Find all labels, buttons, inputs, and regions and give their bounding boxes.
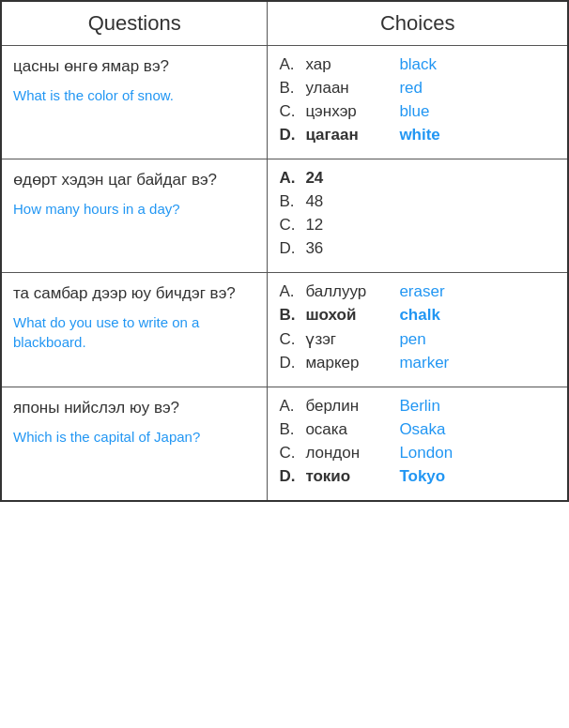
choices-cell-3: A.баллуурeraserB.шохойchalkC.үзэгpenD.ма…: [268, 273, 568, 387]
choice-letter-3-1: A.: [279, 282, 305, 301]
choice-english-1-4: white: [399, 126, 439, 144]
choice-mongolian-2-4: 36: [305, 239, 399, 258]
choice-3-1: A.баллуурeraser: [279, 282, 556, 301]
question-cell-2: өдөрт хэдэн цаг байдаг вэ?How many hours…: [1, 159, 268, 273]
choices-cell-2: A.24B.48C.12D.36: [268, 159, 568, 273]
choice-english-4-1: Berlin: [399, 397, 439, 416]
choice-mongolian-4-2: осака: [305, 420, 399, 439]
choice-letter-3-4: D.: [279, 354, 305, 372]
question-mongolian-2: өдөрт хэдэн цаг байдаг вэ?: [13, 169, 255, 191]
choice-letter-2-2: B.: [279, 192, 305, 211]
choice-letter-3-2: B.: [279, 306, 305, 325]
choices-cell-1: A.харblackB.улаанredC.цэнхэрblueD.цагаан…: [268, 46, 568, 159]
choice-letter-1-2: B.: [279, 79, 305, 98]
choice-english-1-3: blue: [399, 102, 429, 121]
choice-mongolian-4-1: берлин: [305, 397, 399, 416]
choice-mongolian-3-3: үзэг: [305, 329, 399, 349]
choice-letter-4-4: D.: [279, 467, 305, 486]
choice-mongolian-3-2: шохой: [305, 306, 399, 325]
choice-mongolian-3-1: баллуур: [305, 282, 399, 301]
choice-mongolian-1-4: цагаан: [305, 126, 399, 144]
choice-mongolian-3-4: маркер: [305, 354, 399, 372]
choice-letter-3-3: C.: [279, 330, 305, 349]
choice-4-3: C.лондонLondon: [279, 444, 556, 463]
choice-letter-1-1: A.: [279, 55, 305, 74]
choice-mongolian-2-1: 24: [305, 169, 399, 188]
choice-mongolian-2-2: 48: [305, 192, 399, 211]
choice-english-4-3: London: [399, 444, 453, 463]
choice-letter-1-4: D.: [279, 126, 305, 144]
choice-1-2: B.улаанred: [279, 79, 556, 98]
choice-english-3-4: marker: [399, 354, 449, 372]
choice-4-2: B.осакаOsaka: [279, 420, 556, 439]
questions-header: Questions: [1, 1, 268, 46]
choice-letter-4-1: A.: [279, 397, 305, 416]
question-english-4: Which is the capital of Japan?: [13, 427, 255, 447]
choices-cell-4: A.берлинBerlinB.осакаOsakaC.лондонLondon…: [268, 387, 568, 502]
choice-letter-4-3: C.: [279, 444, 305, 463]
choice-english-4-4: Tokyo: [399, 467, 445, 486]
choice-english-4-2: Osaka: [399, 420, 445, 439]
question-cell-1: цасны өнгө ямар вэ?What is the color of …: [1, 46, 268, 159]
choices-header: Choices: [268, 1, 568, 46]
choice-3-2: B.шохойchalk: [279, 306, 556, 325]
choice-letter-1-3: C.: [279, 102, 305, 121]
question-cell-3: та самбар дээр юу бичдэг вэ?What do you …: [1, 273, 268, 387]
choice-letter-4-2: B.: [279, 420, 305, 439]
choice-english-3-3: pen: [399, 330, 425, 349]
choice-english-1-1: black: [399, 55, 437, 74]
choice-2-2: B.48: [279, 192, 556, 211]
choice-mongolian-1-1: хар: [305, 55, 399, 74]
choice-english-1-2: red: [399, 79, 423, 98]
question-mongolian-4: японы нийслэл юу вэ?: [13, 397, 255, 419]
choice-english-3-2: chalk: [399, 306, 439, 325]
question-english-3: What do you use to write on a blackboard…: [13, 312, 255, 352]
choice-4-4: D.токиоTokyo: [279, 467, 556, 486]
choice-4-1: A.берлинBerlin: [279, 397, 556, 416]
question-mongolian-1: цасны өнгө ямар вэ?: [13, 55, 255, 78]
choice-3-4: D.маркерmarker: [279, 354, 556, 372]
question-mongolian-3: та самбар дээр юу бичдэг вэ?: [13, 282, 255, 305]
choice-2-4: D.36: [279, 239, 556, 258]
choice-2-3: C.12: [279, 216, 556, 235]
choice-letter-2-1: A.: [279, 169, 305, 188]
choice-2-1: A.24: [279, 169, 556, 188]
choice-mongolian-1-3: цэнхэр: [305, 102, 399, 121]
question-english-2: How many hours in a day?: [13, 199, 255, 219]
choice-letter-2-4: D.: [279, 239, 305, 258]
choice-mongolian-4-4: токио: [305, 467, 399, 486]
choice-1-3: C.цэнхэрblue: [279, 102, 556, 121]
choice-mongolian-4-3: лондон: [305, 444, 399, 463]
choice-3-3: C.үзэгpen: [279, 329, 556, 349]
question-english-1: What is the color of snow.: [13, 85, 255, 105]
quiz-table: Questions Choices цасны өнгө ямар вэ?Wha…: [0, 0, 569, 502]
choice-mongolian-1-2: улаан: [305, 79, 399, 98]
choice-1-1: A.харblack: [279, 55, 556, 74]
choice-mongolian-2-3: 12: [305, 216, 399, 235]
question-cell-4: японы нийслэл юу вэ?Which is the capital…: [1, 387, 268, 502]
choice-1-4: D.цагаанwhite: [279, 126, 556, 144]
choice-letter-2-3: C.: [279, 216, 305, 235]
choice-english-3-1: eraser: [399, 282, 444, 301]
